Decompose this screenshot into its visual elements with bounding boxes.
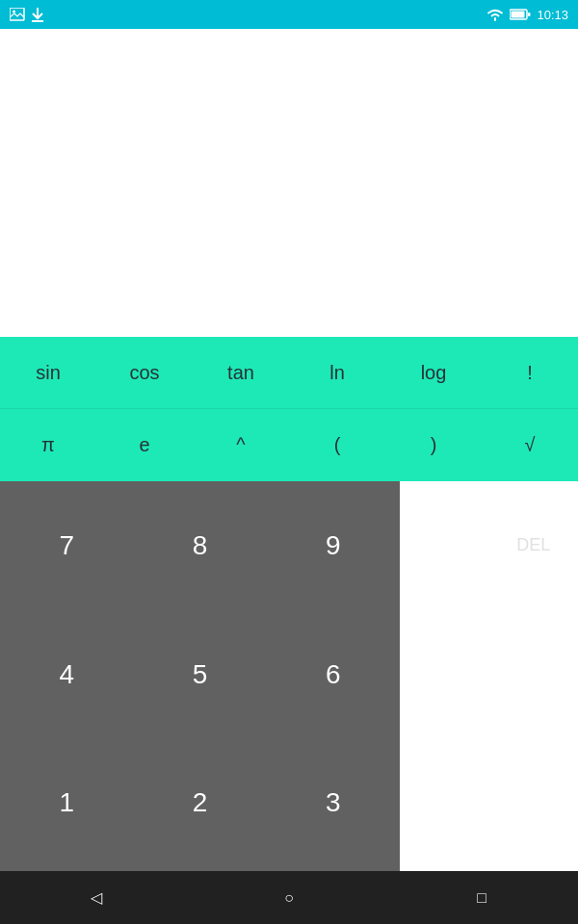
divide-button[interactable]: ÷ — [400, 532, 489, 559]
cos-button[interactable]: cos — [96, 337, 193, 408]
ops-row-div-del: ÷ DEL — [400, 481, 578, 610]
scientific-section: sin cos tan ln log ! π e ^ ( ) √ — [0, 337, 578, 481]
power-button[interactable]: ^ — [193, 409, 289, 481]
status-time: 10:13 — [537, 8, 568, 22]
tan-button[interactable]: tan — [193, 337, 289, 408]
svg-rect-0 — [10, 8, 24, 20]
svg-point-1 — [13, 11, 15, 13]
button-1[interactable]: 1 — [0, 739, 133, 868]
button-7[interactable]: 7 — [0, 481, 133, 610]
status-left-icons — [10, 7, 44, 22]
svg-rect-5 — [512, 12, 525, 18]
subtract-button[interactable]: − — [400, 789, 578, 816]
close-paren-button[interactable]: ) — [385, 409, 482, 481]
svg-rect-6 — [528, 13, 531, 16]
image-icon — [10, 8, 25, 21]
ops-row-mul: × — [400, 610, 578, 739]
e-button[interactable]: e — [96, 409, 193, 481]
battery-icon — [510, 9, 531, 20]
multiply-button[interactable]: × — [400, 661, 578, 688]
wifi-icon — [486, 8, 504, 21]
button-6[interactable]: 6 — [267, 610, 400, 739]
display-area — [0, 29, 578, 337]
download-icon — [31, 7, 44, 22]
sin-button[interactable]: sin — [0, 337, 96, 408]
delete-button[interactable]: DEL — [489, 535, 579, 555]
ln-button[interactable]: ln — [289, 337, 385, 408]
ops-column: ÷ DEL × − + = — [400, 481, 578, 924]
ops-row-sub: − — [400, 739, 578, 868]
numpad-left: 7 8 9 4 5 6 1 2 3 . 0 — [0, 481, 400, 924]
button-5[interactable]: 5 — [133, 610, 266, 739]
pi-button[interactable]: π — [0, 409, 96, 481]
numpad-row-789: 7 8 9 — [0, 481, 400, 610]
button-4[interactable]: 4 — [0, 610, 133, 739]
home-button[interactable]: ○ — [260, 879, 318, 917]
open-paren-button[interactable]: ( — [289, 409, 385, 481]
back-button[interactable]: ◁ — [67, 879, 125, 917]
button-2[interactable]: 2 — [133, 739, 266, 868]
status-right-icons: 10:13 — [486, 8, 568, 22]
button-8[interactable]: 8 — [133, 481, 266, 610]
numpad-row-123: 1 2 3 — [0, 739, 400, 868]
status-bar: 10:13 — [0, 0, 578, 29]
numpad-row-456: 4 5 6 — [0, 610, 400, 739]
factorial-button[interactable]: ! — [482, 337, 578, 408]
recents-button[interactable]: □ — [453, 879, 511, 917]
numpad-section: 7 8 9 4 5 6 1 2 3 . 0 ÷ DEL × − — [0, 481, 578, 924]
log-button[interactable]: log — [385, 337, 482, 408]
button-9[interactable]: 9 — [267, 481, 400, 610]
button-3[interactable]: 3 — [267, 739, 400, 868]
sqrt-button[interactable]: √ — [482, 409, 578, 481]
scientific-row1: sin cos tan ln log ! — [0, 337, 578, 409]
scientific-row2: π e ^ ( ) √ — [0, 409, 578, 481]
nav-bar: ◁ ○ □ — [0, 871, 578, 924]
